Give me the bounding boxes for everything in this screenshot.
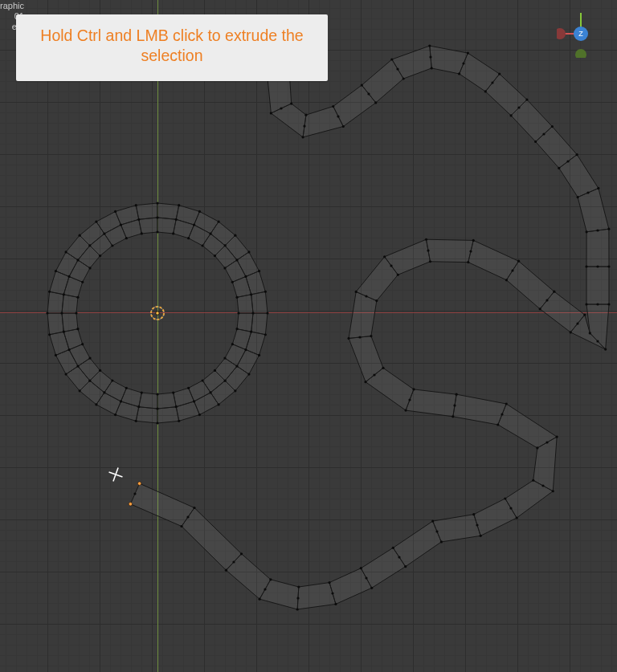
mesh-vertex[interactable] bbox=[67, 348, 70, 351]
mesh-vertex[interactable] bbox=[347, 337, 349, 340]
mesh-vertex[interactable] bbox=[234, 389, 236, 392]
mesh-face[interactable] bbox=[130, 483, 194, 526]
mesh-vertex[interactable] bbox=[585, 303, 587, 305]
mesh-vertex[interactable] bbox=[505, 402, 508, 405]
mesh-vertex[interactable] bbox=[234, 234, 236, 237]
mesh-vertex[interactable] bbox=[88, 244, 91, 246]
mesh-vertex[interactable] bbox=[397, 274, 399, 276]
mesh-vertex[interactable] bbox=[187, 237, 190, 239]
mesh-face[interactable] bbox=[586, 229, 609, 267]
mesh-vertex[interactable] bbox=[583, 314, 586, 316]
mesh-face[interactable] bbox=[62, 295, 78, 313]
mesh-vertex[interactable] bbox=[541, 484, 544, 487]
mesh-face[interactable] bbox=[237, 295, 253, 313]
mesh-vertex[interactable] bbox=[398, 556, 400, 558]
mesh-vertex[interactable] bbox=[198, 413, 201, 416]
mesh-vertex[interactable] bbox=[76, 296, 79, 299]
mesh-vertex[interactable] bbox=[269, 578, 272, 580]
mesh-vertex[interactable] bbox=[141, 232, 143, 234]
mesh-vertex[interactable] bbox=[501, 413, 503, 415]
mesh-face[interactable] bbox=[426, 239, 473, 262]
mesh-vertex[interactable] bbox=[428, 44, 431, 47]
mesh-vertex[interactable] bbox=[76, 365, 79, 368]
mesh-vertex[interactable] bbox=[607, 303, 610, 305]
mesh-vertex[interactable] bbox=[264, 333, 267, 336]
mesh-face[interactable] bbox=[157, 407, 179, 423]
mesh-vertex[interactable] bbox=[542, 132, 545, 135]
mesh-vertex[interactable] bbox=[484, 90, 487, 92]
mesh-face[interactable] bbox=[157, 203, 179, 219]
mesh-vertex[interactable] bbox=[224, 380, 227, 382]
mesh-face[interactable] bbox=[47, 291, 63, 313]
mesh-face[interactable] bbox=[157, 393, 176, 409]
mesh-vertex[interactable] bbox=[175, 218, 178, 221]
mesh-vertex[interactable] bbox=[472, 239, 475, 242]
mesh-vertex[interactable] bbox=[79, 234, 81, 237]
mesh-vertex[interactable] bbox=[114, 210, 116, 213]
mesh-vertex[interactable] bbox=[396, 67, 398, 70]
mesh-vertex[interactable] bbox=[135, 204, 137, 206]
mesh-vertex[interactable] bbox=[218, 220, 220, 222]
mesh-vertex[interactable] bbox=[270, 112, 272, 114]
mesh-vertex[interactable] bbox=[214, 369, 216, 372]
mesh-vertex[interactable] bbox=[156, 216, 158, 218]
mesh-vertex[interactable] bbox=[505, 279, 508, 281]
mesh-vertex[interactable] bbox=[64, 373, 67, 376]
mesh-vertex[interactable] bbox=[596, 265, 599, 267]
mesh-vertex[interactable] bbox=[491, 81, 493, 83]
mesh-vertex[interactable] bbox=[332, 105, 334, 108]
mesh-vertex[interactable] bbox=[566, 160, 569, 162]
mesh-vertex[interactable] bbox=[258, 270, 260, 272]
mesh-vertex[interactable] bbox=[467, 261, 469, 263]
mesh-vertex[interactable] bbox=[370, 335, 372, 337]
mesh-vertex[interactable] bbox=[111, 379, 113, 381]
mesh-vertex[interactable] bbox=[99, 369, 101, 372]
mesh-face[interactable] bbox=[136, 203, 157, 219]
mesh-face[interactable] bbox=[406, 389, 456, 417]
mesh-vertex[interactable] bbox=[412, 388, 415, 390]
mesh-vertex[interactable] bbox=[382, 367, 384, 369]
mesh-vertex[interactable] bbox=[431, 519, 434, 522]
mesh-vertex[interactable] bbox=[224, 244, 227, 246]
mesh-vertex[interactable] bbox=[364, 381, 366, 383]
mesh-vertex[interactable] bbox=[235, 296, 238, 299]
mesh-face[interactable] bbox=[251, 313, 268, 335]
mesh-vertex[interactable] bbox=[178, 204, 180, 206]
mesh-vertex[interactable] bbox=[480, 535, 482, 537]
mesh-vertex[interactable] bbox=[556, 435, 558, 438]
mesh-vertex[interactable] bbox=[125, 387, 128, 389]
mesh-vertex-selected[interactable] bbox=[129, 503, 132, 506]
mesh-vertex[interactable] bbox=[235, 328, 238, 330]
mesh-vertex[interactable] bbox=[367, 92, 370, 95]
mesh-vertex[interactable] bbox=[604, 348, 607, 350]
mesh-vertex[interactable] bbox=[551, 125, 554, 128]
mesh-vertex[interactable] bbox=[76, 328, 79, 330]
mesh-vertex[interactable] bbox=[120, 400, 122, 402]
mesh-vertex-selected[interactable] bbox=[137, 482, 141, 485]
mesh-vertex[interactable] bbox=[81, 281, 84, 283]
mesh-vertex[interactable] bbox=[232, 560, 235, 563]
mesh-vertex[interactable] bbox=[552, 490, 554, 492]
mesh-vertex[interactable] bbox=[383, 255, 386, 258]
mesh-vertex[interactable] bbox=[607, 265, 610, 267]
mesh-vertex[interactable] bbox=[365, 576, 367, 579]
mesh-vertex[interactable] bbox=[553, 291, 555, 293]
mesh-vertex[interactable] bbox=[373, 373, 375, 376]
mesh-vertex[interactable] bbox=[331, 592, 333, 594]
mesh-vertex[interactable] bbox=[259, 598, 261, 601]
mesh-vertex[interactable] bbox=[280, 107, 282, 109]
mesh-vertex[interactable] bbox=[247, 373, 250, 376]
mesh-vertex[interactable] bbox=[290, 102, 292, 104]
mesh-vertex[interactable] bbox=[95, 403, 97, 405]
mesh-vertex[interactable] bbox=[536, 446, 538, 449]
mesh-vertex[interactable] bbox=[532, 479, 534, 482]
mesh-face[interactable] bbox=[182, 507, 242, 570]
mesh-vertex[interactable] bbox=[186, 515, 189, 518]
mesh-vertex[interactable] bbox=[296, 608, 299, 610]
mesh-vertex[interactable] bbox=[334, 603, 337, 605]
mesh-vertex[interactable] bbox=[99, 255, 101, 257]
mesh-vertex[interactable] bbox=[558, 167, 560, 169]
mesh-vertex[interactable] bbox=[137, 405, 140, 408]
mesh-vertex[interactable] bbox=[586, 230, 588, 233]
mesh-vertex[interactable] bbox=[301, 136, 304, 138]
